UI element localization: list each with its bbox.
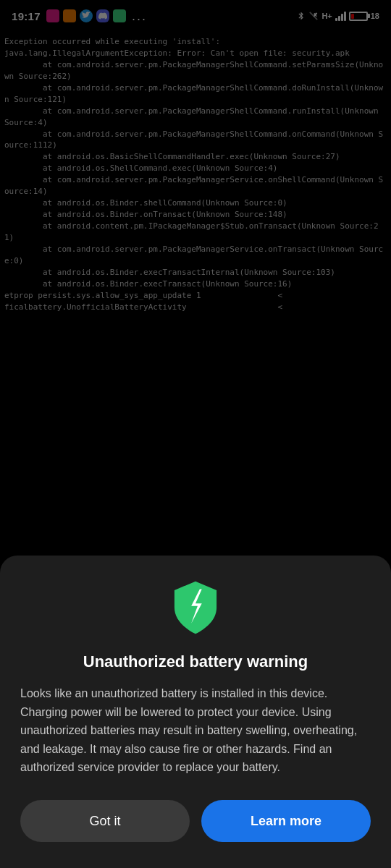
learn-more-button[interactable]: Learn more	[201, 800, 371, 842]
battery-warning-dialog: Unauthorized battery warning Looks like …	[0, 556, 391, 868]
got-it-button[interactable]: Got it	[20, 800, 190, 842]
dialog-body: Looks like an unauthorized battery is in…	[20, 684, 371, 777]
dialog-buttons: Got it Learn more	[20, 800, 371, 842]
battery-shield-icon	[167, 579, 224, 637]
dialog-title: Unauthorized battery warning	[83, 652, 308, 671]
